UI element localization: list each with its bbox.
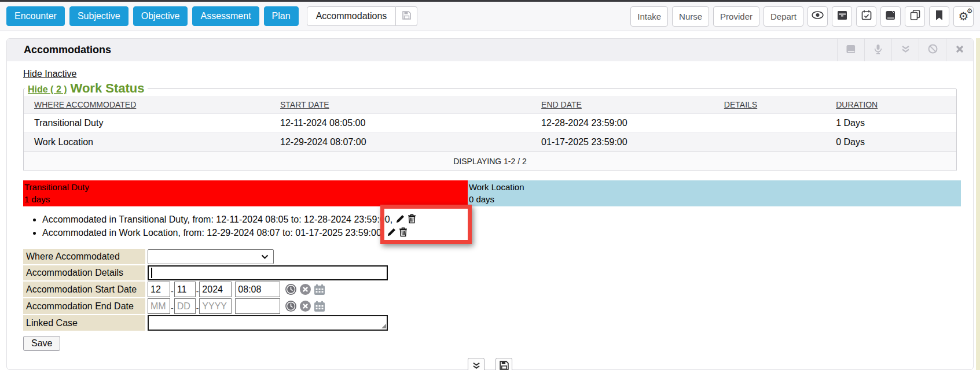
linked-case-field [148,315,388,331]
calendar-check-button[interactable] [856,6,876,27]
accommodation-start-date-label: Accommodation Start Date [23,282,145,297]
table-row[interactable]: Work Location 12-29-2024 08:07:00 01-17-… [24,133,956,152]
end-time-input[interactable] [235,298,280,314]
floppy-disk-icon [402,10,412,23]
edit-pencil-icon[interactable] [387,228,396,237]
accommodation-end-date-label: Accommodation End Date [23,298,145,314]
book-button[interactable] [880,6,901,27]
column-duration[interactable]: DURATION [836,96,956,114]
text-cursor [151,268,152,278]
end-day-input[interactable] [174,298,196,314]
list-item-text: Accommodated in Transitional Duty, from:… [42,214,392,224]
hide-inactive-link[interactable]: Hide Inactive [23,69,77,79]
collapse-panel-button[interactable] [468,358,485,370]
toolbar-right-group: Intake Nurse Provider Depart [630,6,974,27]
panel-book-button[interactable] [837,39,864,61]
date-separator: - [171,304,174,313]
archive-button[interactable] [832,6,852,27]
column-details[interactable]: DETAILS [724,96,836,114]
copy-pages-icon [910,10,920,23]
clock-icon[interactable] [285,283,297,295]
accommodation-start-date-field: -- [148,282,325,297]
cell-end: 01-17-2025 23:59:00 [541,133,724,152]
where-accommodated-field [148,249,274,264]
form-row-linked-case: Linked Case [23,315,957,331]
intake-button[interactable]: Intake [630,6,668,27]
panel-bottom-buttons [23,358,957,370]
end-year-input[interactable] [199,298,232,314]
top-toolbar: Encounter Subjective Objective Assessmen… [0,2,980,31]
cell-end: 12-28-2024 23:59:00 [541,114,724,133]
timeline-segment-label: Transitional Duty [24,181,468,193]
provider-button[interactable]: Provider [713,6,759,27]
archive-box-icon [837,10,847,23]
panel-disable-button[interactable] [919,39,946,61]
calendar-icon[interactable] [314,284,325,295]
nav-assessment-button[interactable]: Assessment [192,6,259,26]
start-year-input[interactable] [199,282,232,297]
microphone-icon [874,44,882,57]
accommodation-end-date-field: -- [148,298,325,314]
tab-save-button[interactable] [396,6,417,26]
calendar-icon[interactable] [314,301,325,312]
list-item-actions [392,214,416,224]
nav-subjective-button[interactable]: Subjective [69,6,129,26]
clear-date-icon[interactable] [299,283,311,295]
eye-button[interactable] [808,6,828,27]
table-row[interactable]: Transitional Duty 12-11-2024 08:05:00 12… [24,114,956,133]
start-month-input[interactable] [148,282,170,297]
cell-start: 12-11-2024 08:05:00 [280,114,541,133]
depart-button[interactable]: Depart [764,6,803,27]
panel-collapse-button[interactable] [891,39,919,61]
timeline-segment-duration: 0 days [469,193,961,205]
panel-close-button[interactable] [946,39,973,61]
delete-trash-icon[interactable] [408,214,416,224]
double-chevron-down-icon [472,361,480,370]
tab-accommodations[interactable]: Accommodations [307,6,397,26]
panel-dictation-button[interactable] [864,39,891,61]
eye-icon [812,11,824,21]
resize-handle[interactable] [381,324,386,328]
copy-button[interactable] [905,6,925,27]
close-icon [956,45,964,56]
start-day-input[interactable] [174,282,196,297]
save-button[interactable]: Save [23,336,60,351]
column-start-date[interactable]: START DATE [280,96,541,114]
panel-title: Accommodations [7,44,111,56]
cell-where: Work Location [24,133,280,152]
where-accommodated-select[interactable] [148,249,274,264]
bookmark-button[interactable] [929,6,949,27]
clear-date-icon[interactable] [299,300,311,312]
accommodation-details-input[interactable] [148,265,388,280]
date-separator: - [196,304,199,313]
nurse-button[interactable]: Nurse [672,6,709,27]
bookmark-icon [935,10,943,23]
scrollbar-strip[interactable] [976,38,980,370]
work-status-title: Work Status [71,81,145,95]
timeline-segment-work-location[interactable]: Work Location 0 days [468,180,961,206]
column-where-accommodated[interactable]: WHERE ACCOMMODATED [24,96,280,114]
floppy-disk-icon [499,360,509,370]
nav-plan-button[interactable]: Plan [264,6,299,26]
nav-encounter-button[interactable]: Encounter [6,6,65,26]
start-time-input[interactable] [235,282,280,297]
nav-objective-button[interactable]: Objective [133,6,188,26]
list-item-actions [384,228,408,238]
end-month-input[interactable] [148,298,170,314]
settings-button[interactable]: ⚙⚙ [953,6,974,27]
edit-pencil-icon[interactable] [395,214,405,224]
work-status-hide-link[interactable]: Hide ( 2 ) [28,84,67,94]
end-date-actions [285,300,325,312]
double-chevron-down-icon [901,45,910,56]
work-status-section: Hide ( 2 )Work Status WHERE ACCOMMODATED… [23,81,957,171]
column-end-date[interactable]: END DATE [541,96,724,114]
timeline-segment-transitional-duty[interactable]: Transitional Duty 1 days [23,180,468,206]
linked-case-textarea[interactable] [148,315,388,331]
accommodations-panel: Accommodations [6,38,974,370]
accommodations-tab-group: Accommodations [307,6,418,26]
save-note-button[interactable] [495,358,512,370]
work-status-legend: Hide ( 2 )Work Status [25,81,148,96]
delete-trash-icon[interactable] [399,227,408,237]
timeline-segment-label: Work Location [469,181,961,193]
clock-icon[interactable] [285,300,297,312]
